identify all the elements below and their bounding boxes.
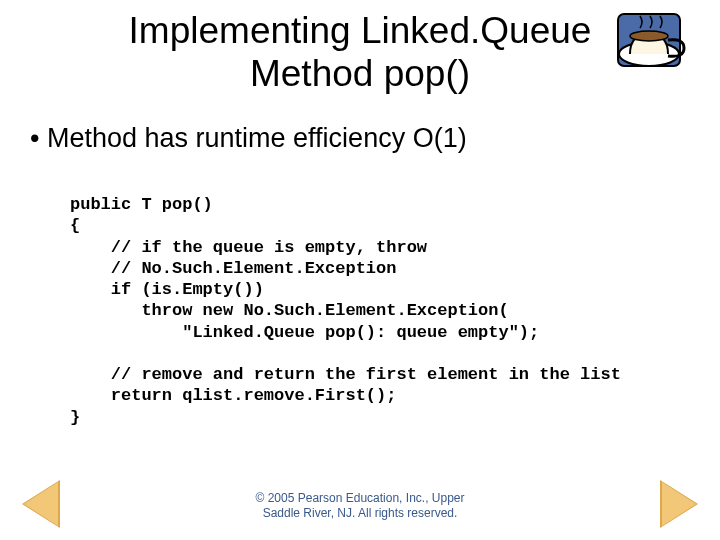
bullet-point: Method has runtime efficiency O(1) [30,123,720,154]
title-line-2: Method pop() [250,53,470,94]
code-block: public T pop() { // if the queue is empt… [70,194,720,428]
svg-point-2 [630,31,668,41]
teacup-icon [610,6,700,86]
copyright-footer: © 2005 Pearson Education, Inc., Upper Sa… [0,491,720,520]
footer-line-2: Saddle River, NJ. All rights reserved. [263,506,458,520]
title-line-1: Implementing Linked.Queue [129,10,592,51]
arrow-left-icon[interactable] [22,480,60,528]
arrow-right-icon[interactable] [660,480,698,528]
footer-line-1: © 2005 Pearson Education, Inc., Upper [256,491,465,505]
